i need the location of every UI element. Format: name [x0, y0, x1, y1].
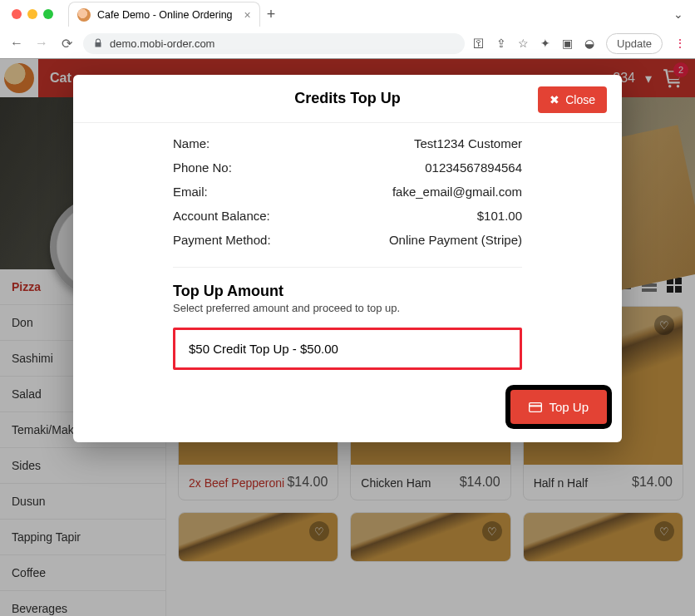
window-max-icon[interactable]: [43, 9, 53, 19]
svg-rect-9: [530, 402, 542, 411]
update-button[interactable]: Update: [606, 33, 663, 54]
label: Payment Method:: [173, 233, 271, 247]
window-controls: [12, 9, 53, 19]
lock-icon: [93, 38, 103, 48]
new-tab-button[interactable]: +: [267, 6, 276, 23]
tab-title: Cafe Demo - Online Ordering: [97, 9, 233, 21]
window-close-icon[interactable]: [12, 9, 22, 19]
tab-strip: Cafe Demo - Online Ordering × + ⌄: [0, 0, 695, 28]
topup-button[interactable]: Top Up: [510, 390, 607, 424]
section-subtitle: Select preferred amount and proceed to t…: [173, 302, 522, 314]
tab-close-icon[interactable]: ×: [244, 8, 251, 22]
extensions-icon[interactable]: ✦: [540, 37, 550, 50]
divider: [173, 267, 522, 268]
label: Account Balance:: [173, 209, 270, 223]
modal-title: Credits Top Up: [294, 90, 401, 107]
close-icon: ✖: [550, 93, 559, 106]
modal-overlay[interactable]: Credits Top Up ✖ Close Name: Test1234 Cu…: [0, 58, 695, 616]
url-text: demo.mobi-order.com: [110, 37, 214, 50]
info-row-name: Name: Test1234 Customer: [173, 131, 522, 155]
tabs-overflow-icon[interactable]: ⌄: [673, 7, 683, 21]
info-row-balance: Account Balance: $101.00: [173, 204, 522, 228]
menu-icon[interactable]: ⋮: [674, 37, 687, 50]
reload-button[interactable]: ⟳: [58, 36, 75, 52]
toolbar-right: ⚿ ⇪ ☆ ✦ ▣ ◒ Update ⋮: [473, 33, 687, 54]
star-icon[interactable]: ☆: [518, 37, 529, 50]
section-title: Top Up Amount: [173, 283, 522, 300]
share-icon[interactable]: ⇪: [496, 37, 506, 50]
panel-icon[interactable]: ▣: [562, 37, 573, 50]
credits-topup-modal: Credits Top Up ✖ Close Name: Test1234 Cu…: [73, 75, 622, 442]
browser-chrome: Cafe Demo - Online Ordering × + ⌄ ← → ⟳ …: [0, 0, 695, 59]
label: Phone No:: [173, 160, 232, 175]
forward-button: →: [33, 36, 50, 51]
close-button[interactable]: ✖ Close: [538, 86, 607, 113]
value: 01234567894564: [425, 160, 522, 175]
address-bar[interactable]: demo.mobi-order.com: [83, 33, 465, 54]
back-button[interactable]: ←: [8, 36, 25, 51]
svg-rect-10: [530, 405, 542, 407]
card-icon: [529, 402, 542, 413]
topup-label: Top Up: [549, 400, 589, 414]
key-icon[interactable]: ⚿: [473, 37, 485, 50]
close-label: Close: [565, 93, 595, 106]
browser-toolbar: ← → ⟳ demo.mobi-order.com ⚿ ⇪ ☆ ✦ ▣ ◒ Up…: [0, 28, 695, 58]
info-row-phone: Phone No: 01234567894564: [173, 155, 522, 180]
label: Email:: [173, 185, 208, 199]
label: Name:: [173, 136, 209, 150]
amount-select[interactable]: $50 Credit Top Up - $50.00: [173, 328, 522, 370]
info-row-method: Payment Method: Online Payment (Stripe): [173, 228, 522, 252]
value: Test1234 Customer: [414, 136, 522, 150]
info-row-email: Email: fake_email@gmail.com: [173, 180, 522, 204]
value: Online Payment (Stripe): [389, 233, 522, 247]
value: fake_email@gmail.com: [392, 185, 522, 199]
browser-tab[interactable]: Cafe Demo - Online Ordering ×: [68, 2, 260, 27]
amount-selected: $50 Credit Top Up - $50.00: [189, 342, 338, 356]
favicon-icon: [77, 8, 91, 22]
value: $101.00: [477, 209, 522, 223]
modal-header: Credits Top Up ✖ Close: [73, 75, 622, 123]
profile-icon[interactable]: ◒: [584, 37, 594, 50]
window-min-icon[interactable]: [27, 9, 37, 19]
